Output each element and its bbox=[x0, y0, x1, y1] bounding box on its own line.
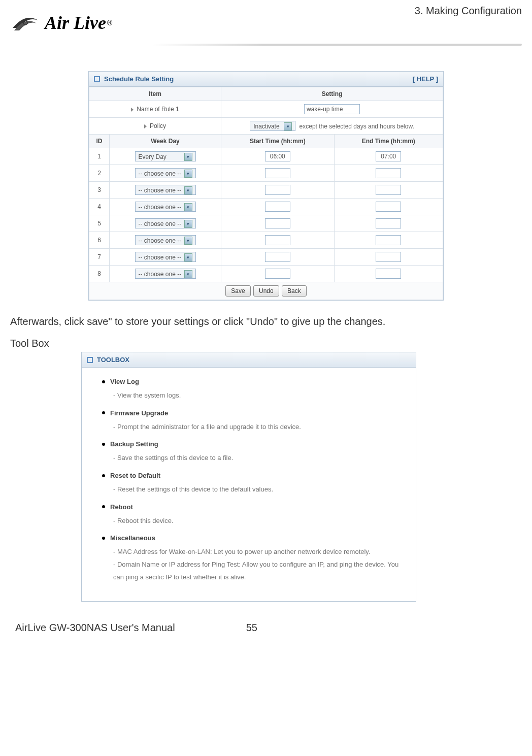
schedule-row: 8-- choose one --▾ bbox=[89, 266, 443, 282]
row-id: 1 bbox=[89, 148, 110, 165]
col-id: ID bbox=[89, 135, 110, 148]
toolbox-item-title[interactable]: Firmware Upgrade bbox=[110, 409, 168, 417]
bullet-icon bbox=[102, 411, 105, 414]
policy-select[interactable]: Inactivate▾ bbox=[250, 121, 295, 131]
schedule-row: 2-- choose one --▾ bbox=[89, 165, 443, 182]
save-button[interactable]: Save bbox=[225, 285, 250, 297]
end-time-input[interactable] bbox=[376, 269, 401, 279]
schedule-rule-table: Item Setting Name of Rule 1 Policy Inact… bbox=[89, 87, 443, 300]
weekday-select[interactable]: -- choose one --▾ bbox=[135, 202, 196, 212]
col-weekday: Week Day bbox=[110, 135, 221, 148]
bullet-icon bbox=[102, 505, 105, 508]
triangle-icon bbox=[144, 124, 147, 128]
end-time-input[interactable] bbox=[376, 218, 401, 228]
schedule-row: 4-- choose one --▾ bbox=[89, 199, 443, 215]
dropdown-arrow-icon: ▾ bbox=[184, 186, 192, 194]
schedule-row: 7-- choose one --▾ bbox=[89, 249, 443, 266]
row-id: 6 bbox=[89, 232, 110, 249]
bullet-icon bbox=[102, 474, 105, 477]
start-time-input[interactable] bbox=[265, 218, 290, 228]
toolbox-item: Firmware Upgrade- Prompt the administrat… bbox=[102, 409, 406, 434]
toolbox-item-desc: - Prompt the administrator for a file an… bbox=[113, 421, 406, 434]
weekday-select[interactable]: -- choose one --▾ bbox=[135, 269, 196, 279]
policy-label: Policy bbox=[89, 118, 221, 135]
schedule-row: 3-- choose one --▾ bbox=[89, 182, 443, 199]
panel-box-icon bbox=[87, 357, 93, 363]
logo-registered: ® bbox=[107, 19, 112, 27]
toolbox-item-desc: - Save the settings of this device to a … bbox=[113, 452, 406, 465]
start-time-input[interactable] bbox=[265, 269, 290, 279]
row-id: 5 bbox=[89, 215, 110, 232]
logo-text: Air Live bbox=[45, 12, 106, 34]
bullet-icon bbox=[102, 380, 105, 383]
policy-note: except the selected days and hours below… bbox=[300, 123, 414, 130]
start-time-input[interactable] bbox=[265, 185, 290, 195]
undo-button[interactable]: Undo bbox=[253, 285, 279, 297]
page-header: 3. Making Configuration Air Live ® bbox=[10, 5, 522, 61]
weekday-select[interactable]: -- choose one --▾ bbox=[135, 235, 196, 245]
schedule-row: 1Every Day▾ bbox=[89, 148, 443, 165]
end-time-input[interactable] bbox=[376, 252, 401, 262]
toolbox-item: Miscellaneous- MAC Address for Wake-on-L… bbox=[102, 534, 406, 583]
paragraph-afterwards: Afterwards, click save" to store your se… bbox=[10, 316, 522, 327]
toolbox-item-title[interactable]: View Log bbox=[110, 378, 139, 385]
toolbox-panel: TOOLBOX View Log- View the system logs.F… bbox=[81, 352, 416, 602]
airlive-logo: Air Live ® bbox=[10, 10, 112, 36]
weekday-select[interactable]: -- choose one --▾ bbox=[135, 185, 196, 195]
end-time-input[interactable] bbox=[376, 168, 401, 178]
toolbox-item: Backup Setting- Save the settings of thi… bbox=[102, 440, 406, 465]
back-button[interactable]: Back bbox=[282, 285, 307, 297]
toolbox-item-desc: - View the system logs. bbox=[113, 389, 406, 402]
toolbox-heading: Tool Box bbox=[10, 338, 522, 349]
end-time-input[interactable] bbox=[376, 202, 401, 212]
toolbox-item-title[interactable]: Miscellaneous bbox=[110, 534, 155, 542]
start-time-input[interactable] bbox=[265, 202, 290, 212]
end-time-input[interactable] bbox=[376, 185, 401, 195]
start-time-input[interactable] bbox=[265, 168, 290, 178]
weekday-select[interactable]: -- choose one --▾ bbox=[135, 218, 196, 228]
dropdown-arrow-icon: ▾ bbox=[184, 270, 192, 278]
head-setting: Setting bbox=[221, 87, 443, 101]
header-divider bbox=[152, 44, 522, 46]
airlive-swoosh-icon bbox=[10, 10, 41, 36]
footer-page-number: 55 bbox=[246, 622, 257, 634]
triangle-icon bbox=[131, 108, 134, 112]
dropdown-arrow-icon: ▾ bbox=[184, 170, 192, 178]
toolbox-item-title[interactable]: Backup Setting bbox=[110, 440, 158, 448]
end-time-input[interactable] bbox=[376, 151, 401, 161]
schedule-row: 6-- choose one --▾ bbox=[89, 232, 443, 249]
toolbox-item: Reboot- Reboot this device. bbox=[102, 503, 406, 528]
start-time-input[interactable] bbox=[265, 235, 290, 245]
toolbox-item-desc: - MAC Address for Wake-on-LAN: Let you t… bbox=[113, 546, 406, 583]
weekday-select[interactable]: -- choose one --▾ bbox=[135, 252, 196, 262]
toolbox-panel-title: TOOLBOX bbox=[97, 356, 129, 364]
rule-name-input[interactable] bbox=[304, 104, 360, 114]
row-id: 2 bbox=[89, 165, 110, 182]
chapter-heading: 3. Making Configuration bbox=[415, 5, 522, 17]
bullet-icon bbox=[102, 443, 105, 446]
footer-manual: AirLive GW-300NAS User's Manual bbox=[15, 622, 175, 634]
panel-title: Schedule Rule Setting bbox=[104, 75, 174, 83]
weekday-select[interactable]: -- choose one --▾ bbox=[135, 168, 196, 178]
toolbox-panel-header: TOOLBOX bbox=[82, 352, 416, 368]
row-id: 4 bbox=[89, 199, 110, 215]
row-id: 7 bbox=[89, 249, 110, 266]
bullet-icon bbox=[102, 537, 105, 540]
toolbox-item-desc: - Reset the settings of this device to t… bbox=[113, 483, 406, 496]
toolbox-item-title[interactable]: Reset to Default bbox=[110, 472, 160, 479]
toolbox-item: View Log- View the system logs. bbox=[102, 378, 406, 402]
panel-header: Schedule Rule Setting [ HELP ] bbox=[89, 72, 443, 87]
row-id: 3 bbox=[89, 182, 110, 199]
schedule-rule-panel: Schedule Rule Setting [ HELP ] Item Sett… bbox=[88, 71, 444, 301]
weekday-select[interactable]: Every Day▾ bbox=[135, 151, 196, 161]
toolbox-item-title[interactable]: Reboot bbox=[110, 503, 133, 511]
dropdown-arrow-icon: ▾ bbox=[184, 237, 192, 245]
col-end: End Time (hh:mm) bbox=[334, 135, 443, 148]
end-time-input[interactable] bbox=[376, 235, 401, 245]
dropdown-arrow-icon: ▾ bbox=[284, 122, 292, 130]
start-time-input[interactable] bbox=[265, 252, 290, 262]
help-link[interactable]: [ HELP ] bbox=[413, 75, 438, 83]
toolbox-item: Reset to Default- Reset the settings of … bbox=[102, 472, 406, 496]
toolbox-item-desc: - Reboot this device. bbox=[113, 515, 406, 528]
start-time-input[interactable] bbox=[265, 151, 290, 161]
